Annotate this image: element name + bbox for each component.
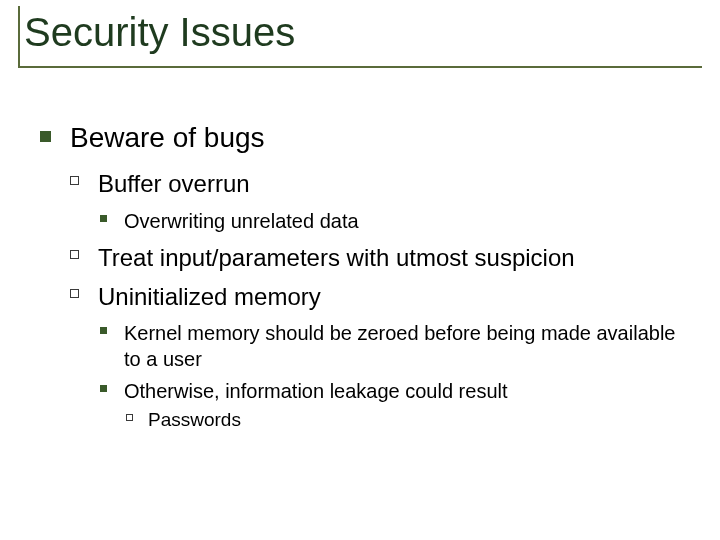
bullet-l3: Overwriting unrelated data <box>98 208 690 234</box>
bullet-l2-text: Treat input/parameters with utmost suspi… <box>98 244 575 271</box>
bullet-l3: Otherwise, information leakage could res… <box>98 378 690 433</box>
bullet-l2: Treat input/parameters with utmost suspi… <box>70 242 690 273</box>
bullet-l1-text: Beware of bugs <box>70 122 265 153</box>
slide: Security Issues Beware of bugs Buffer ov… <box>0 0 720 540</box>
title-container: Security Issues <box>18 6 702 68</box>
bullet-l2-text: Uninitialized memory <box>98 283 321 310</box>
bullet-list-level4: Passwords <box>124 408 690 433</box>
bullet-list-level3: Kernel memory should be zeroed before be… <box>98 320 690 433</box>
bullet-l2-text: Buffer overrun <box>98 170 250 197</box>
bullet-l2: Buffer overrun Overwriting unrelated dat… <box>70 168 690 233</box>
bullet-l3-text: Otherwise, information leakage could res… <box>124 380 508 402</box>
bullet-list-level1: Beware of bugs Buffer overrun Overwritin… <box>40 120 690 433</box>
bullet-l3-text: Overwriting unrelated data <box>124 210 359 232</box>
bullet-l2: Uninitialized memory Kernel memory shoul… <box>70 281 690 433</box>
slide-title: Security Issues <box>24 10 702 54</box>
title-rule-left <box>18 6 20 68</box>
bullet-list-level2: Buffer overrun Overwriting unrelated dat… <box>70 168 690 432</box>
bullet-l4-text: Passwords <box>148 409 241 430</box>
slide-content: Beware of bugs Buffer overrun Overwritin… <box>40 120 690 447</box>
bullet-list-level3: Overwriting unrelated data <box>98 208 690 234</box>
bullet-l4: Passwords <box>124 408 690 433</box>
bullet-l3-text: Kernel memory should be zeroed before be… <box>124 322 675 370</box>
bullet-l1: Beware of bugs Buffer overrun Overwritin… <box>40 120 690 433</box>
bullet-l3: Kernel memory should be zeroed before be… <box>98 320 690 372</box>
